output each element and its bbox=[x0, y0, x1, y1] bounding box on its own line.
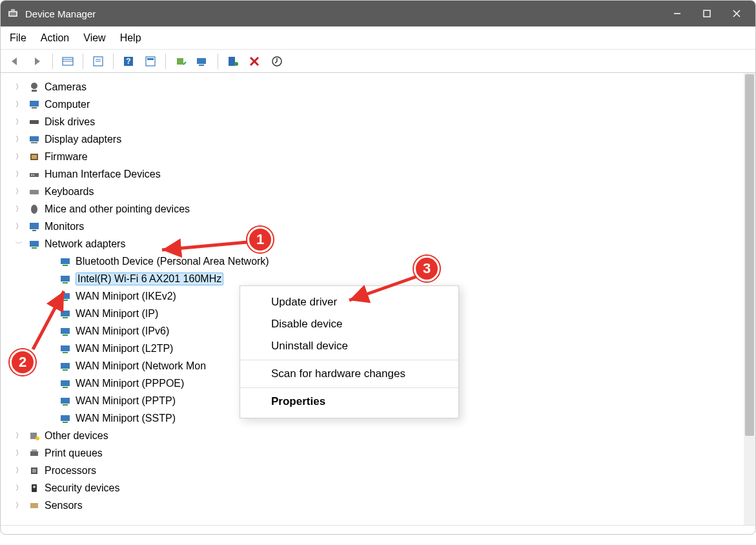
tree-item-print-queues[interactable]: 〉Print queues bbox=[1, 444, 744, 462]
toolbar-separator bbox=[218, 54, 218, 69]
svg-rect-17 bbox=[177, 58, 183, 65]
tree-item-monitors[interactable]: 〉Monitors bbox=[1, 218, 744, 235]
tree-item-keyboards[interactable]: 〉Keyboards bbox=[1, 183, 744, 200]
arrow-3 bbox=[343, 272, 427, 311]
svg-rect-39 bbox=[30, 223, 39, 229]
tree-item-disk-drives[interactable]: 〉Disk drives bbox=[1, 113, 744, 130]
svg-rect-26 bbox=[32, 90, 37, 92]
camera-icon bbox=[28, 81, 41, 93]
svg-rect-37 bbox=[30, 190, 39, 194]
chevron-right-icon[interactable]: 〉 bbox=[14, 500, 24, 511]
update-driver-button[interactable] bbox=[171, 52, 190, 70]
chevron-right-icon[interactable]: 〉 bbox=[14, 221, 24, 232]
svg-rect-59 bbox=[61, 398, 70, 404]
svg-rect-56 bbox=[63, 369, 68, 371]
close-button[interactable] bbox=[722, 1, 751, 26]
chevron-right-icon[interactable]: 〉 bbox=[14, 169, 24, 180]
ctx-properties[interactable]: Properties bbox=[240, 391, 458, 413]
network-adapter-icon bbox=[59, 395, 72, 407]
callout-2: 2 bbox=[10, 349, 36, 375]
chevron-right-icon[interactable]: 〉 bbox=[14, 483, 24, 493]
svg-rect-43 bbox=[61, 258, 70, 264]
chevron-right-icon[interactable]: 〉 bbox=[14, 466, 24, 476]
enable-device-button[interactable] bbox=[223, 52, 243, 70]
tree-item-sensors[interactable]: 〉Sensors bbox=[1, 497, 744, 514]
svg-line-73 bbox=[33, 291, 64, 349]
tree-item-mice[interactable]: 〉Mice and other pointing devices bbox=[1, 200, 744, 218]
svg-rect-1 bbox=[10, 12, 16, 15]
chevron-right-icon[interactable]: 〉 bbox=[14, 99, 24, 110]
toolbar-separator bbox=[83, 54, 83, 69]
ctx-scan-hardware[interactable]: Scan for hardware changes bbox=[240, 363, 458, 385]
menu-action[interactable]: Action bbox=[41, 32, 69, 44]
scrollbar-thumb[interactable] bbox=[745, 74, 754, 436]
chevron-right-icon[interactable]: 〉 bbox=[14, 134, 24, 145]
svg-rect-33 bbox=[32, 155, 37, 159]
menubar: File Action View Help bbox=[1, 26, 755, 50]
minimize-button[interactable] bbox=[662, 1, 692, 26]
chevron-right-icon[interactable]: 〉 bbox=[14, 82, 24, 92]
security-icon bbox=[28, 482, 41, 494]
chevron-down-icon[interactable]: 〉 bbox=[14, 239, 24, 249]
network-adapter-icon bbox=[59, 360, 72, 372]
show-hidden-button[interactable] bbox=[58, 52, 77, 70]
scan-changes-button[interactable] bbox=[267, 52, 287, 70]
toolbar-separator bbox=[113, 54, 114, 69]
help-button[interactable]: ? bbox=[119, 52, 138, 70]
tree-item-computer[interactable]: 〉Computer bbox=[1, 96, 744, 113]
window-title: Device Manager bbox=[25, 8, 662, 19]
maximize-button[interactable] bbox=[692, 1, 722, 26]
tree-item-hid[interactable]: 〉Human Interface Devices bbox=[1, 165, 744, 183]
ctx-uninstall-device[interactable]: Uninstall device bbox=[240, 335, 458, 357]
tree-item-firmware[interactable]: 〉Firmware bbox=[1, 148, 744, 165]
svg-line-74 bbox=[349, 276, 419, 300]
svg-rect-20 bbox=[229, 57, 235, 66]
svg-rect-58 bbox=[63, 387, 68, 388]
svg-rect-29 bbox=[30, 120, 39, 124]
ctx-disable-device[interactable]: Disable device bbox=[240, 313, 458, 335]
app-icon bbox=[7, 8, 19, 19]
tree-item-bluetooth-device[interactable]: Bluetooth Device (Personal Area Network) bbox=[1, 252, 744, 270]
svg-rect-35 bbox=[31, 174, 32, 176]
toolbar-separator bbox=[52, 54, 53, 69]
scan-hardware-button[interactable] bbox=[193, 52, 212, 70]
tree-item-display-adapters[interactable]: 〉Display adapters bbox=[1, 130, 744, 148]
svg-rect-71 bbox=[30, 503, 38, 508]
tree-item-other-devices[interactable]: 〉Other devices bbox=[1, 427, 744, 444]
tree-item-security-devices[interactable]: 〉Security devices bbox=[1, 479, 744, 497]
svg-rect-55 bbox=[61, 363, 70, 369]
svg-line-72 bbox=[162, 242, 247, 250]
arrow-1 bbox=[156, 238, 252, 258]
statusbar bbox=[1, 525, 755, 534]
chevron-right-icon[interactable]: 〉 bbox=[14, 448, 24, 458]
menu-help[interactable]: Help bbox=[120, 32, 141, 44]
chevron-right-icon[interactable]: 〉 bbox=[14, 204, 24, 214]
properties-sheet-button[interactable] bbox=[141, 52, 160, 70]
svg-rect-66 bbox=[32, 449, 37, 451]
vertical-scrollbar[interactable] bbox=[744, 73, 755, 525]
svg-rect-42 bbox=[32, 247, 37, 249]
tree-item-processors[interactable]: 〉Processors bbox=[1, 462, 744, 479]
chevron-right-icon[interactable]: 〉 bbox=[14, 117, 24, 127]
svg-rect-18 bbox=[197, 58, 206, 64]
other-devices-icon bbox=[28, 430, 41, 442]
menu-view[interactable]: View bbox=[83, 32, 105, 44]
svg-rect-45 bbox=[61, 276, 70, 282]
tree-item-network-adapters[interactable]: 〉Network adapters bbox=[1, 235, 744, 252]
chevron-right-icon[interactable]: 〉 bbox=[14, 431, 24, 441]
back-button[interactable] bbox=[6, 52, 25, 70]
tree-item-cameras[interactable]: 〉Cameras bbox=[1, 78, 744, 96]
svg-text:?: ? bbox=[126, 57, 130, 66]
svg-rect-65 bbox=[30, 451, 38, 456]
uninstall-device-button[interactable] bbox=[245, 52, 265, 70]
chevron-right-icon[interactable]: 〉 bbox=[14, 187, 24, 197]
firmware-icon bbox=[28, 151, 41, 163]
device-manager-window: Device Manager File Action View Help ? 〉… bbox=[0, 0, 756, 535]
svg-rect-28 bbox=[32, 107, 37, 108]
mouse-icon bbox=[28, 203, 41, 215]
forward-button[interactable] bbox=[28, 52, 47, 70]
menu-file[interactable]: File bbox=[10, 32, 26, 44]
properties-button[interactable] bbox=[88, 52, 108, 70]
svg-rect-4 bbox=[704, 10, 710, 17]
chevron-right-icon[interactable]: 〉 bbox=[14, 152, 24, 162]
